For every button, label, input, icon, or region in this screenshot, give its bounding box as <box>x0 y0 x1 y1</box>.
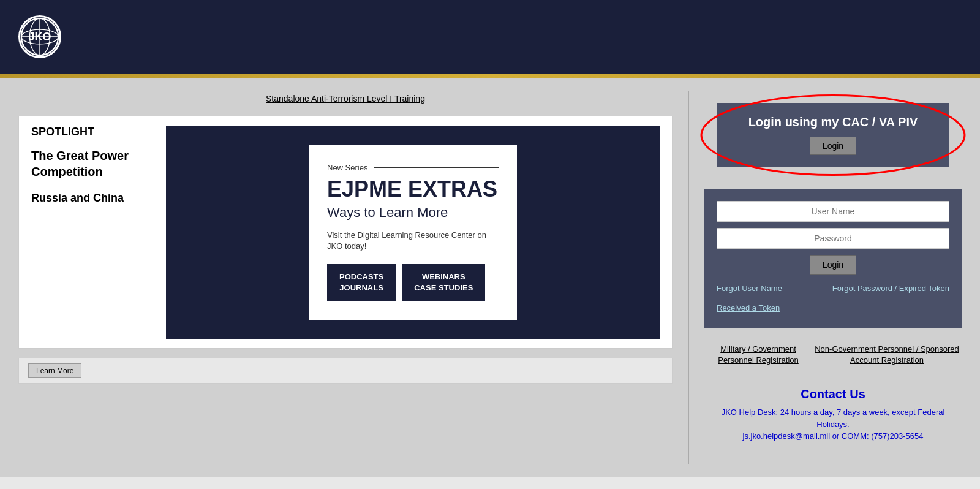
new-series-line: New Series <box>327 163 499 172</box>
spotlight-subtitle: Russia and China <box>31 192 157 205</box>
ejpme-inner: New Series EJPME EXTRAS Ways to Learn Mo… <box>309 145 517 319</box>
standalone-link[interactable]: Standalone Anti-Terrorism Level I Traini… <box>18 91 673 107</box>
new-series-text: New Series <box>327 163 368 172</box>
forgot-username-link[interactable]: Forgot User Name <box>717 284 782 293</box>
main-content: Standalone Anti-Terrorism Level I Traini… <box>0 78 980 477</box>
learn-more-button[interactable]: Learn More <box>28 363 81 378</box>
spotlight-text: SPOTLIGHT The Great Power Competition Ru… <box>31 126 166 339</box>
jko-logo: JKO <box>18 15 61 58</box>
contact-title: Contact Us <box>704 387 962 401</box>
ejpme-card: New Series EJPME EXTRAS Ways to Learn Mo… <box>166 126 660 339</box>
cred-links-row1: Forgot User Name Forgot Password / Expir… <box>717 281 949 296</box>
military-registration-link[interactable]: Military / Government Personnel Registra… <box>704 344 812 366</box>
learn-more-bar: Learn More <box>18 358 673 384</box>
cac-title: Login using my CAC / VA PIV <box>729 115 937 129</box>
credentials-login-button[interactable]: Login <box>810 255 856 275</box>
password-input[interactable] <box>717 228 949 249</box>
ejpme-desc: Visit the Digital Learning Resource Cent… <box>327 230 499 252</box>
cred-links-row2: Received a Token <box>717 302 949 316</box>
forgot-password-link[interactable]: Forgot Password / Expired Token <box>832 284 949 293</box>
gold-bar <box>0 74 980 78</box>
nongov-registration-link[interactable]: Non-Government Personnel / Sponsored Acc… <box>812 344 962 366</box>
header: JKO <box>0 0 980 74</box>
logo-text: JKO <box>28 31 51 44</box>
received-token-link[interactable]: Received a Token <box>717 303 780 313</box>
ejpme-title: EJPME EXTRAS <box>327 177 499 202</box>
credentials-box: Login Forgot User Name Forgot Password /… <box>704 189 962 328</box>
spotlight-title: The Great Power Competition <box>31 148 157 180</box>
cac-login-button[interactable]: Login <box>810 137 856 155</box>
left-panel: Standalone Anti-Terrorism Level I Traini… <box>18 91 673 464</box>
contact-desc: JKO Help Desk: 24 hours a day, 7 days a … <box>704 406 962 442</box>
spotlight-card: SPOTLIGHT The Great Power Competition Ru… <box>18 116 673 349</box>
cac-wrapper: Login using my CAC / VA PIV Login <box>704 91 962 180</box>
username-input[interactable] <box>717 201 949 222</box>
spotlight-label: SPOTLIGHT <box>31 126 157 138</box>
ejpme-buttons: PODCASTS JOURNALS WEBINARS CASE STUDIES <box>327 264 499 301</box>
center-divider <box>688 91 689 464</box>
ejpme-subtitle: Ways to Learn More <box>327 205 499 221</box>
right-panel: Login using my CAC / VA PIV Login Login … <box>704 91 962 464</box>
webinars-casestudies-btn[interactable]: WEBINARS CASE STUDIES <box>402 264 485 301</box>
registration-links: Military / Government Personnel Registra… <box>704 338 962 372</box>
cac-box: Login using my CAC / VA PIV Login <box>717 103 949 167</box>
contact-section: Contact Us JKO Help Desk: 24 hours a day… <box>704 381 962 449</box>
podcasts-journals-btn[interactable]: PODCASTS JOURNALS <box>327 264 396 301</box>
new-series-hr <box>374 167 499 168</box>
